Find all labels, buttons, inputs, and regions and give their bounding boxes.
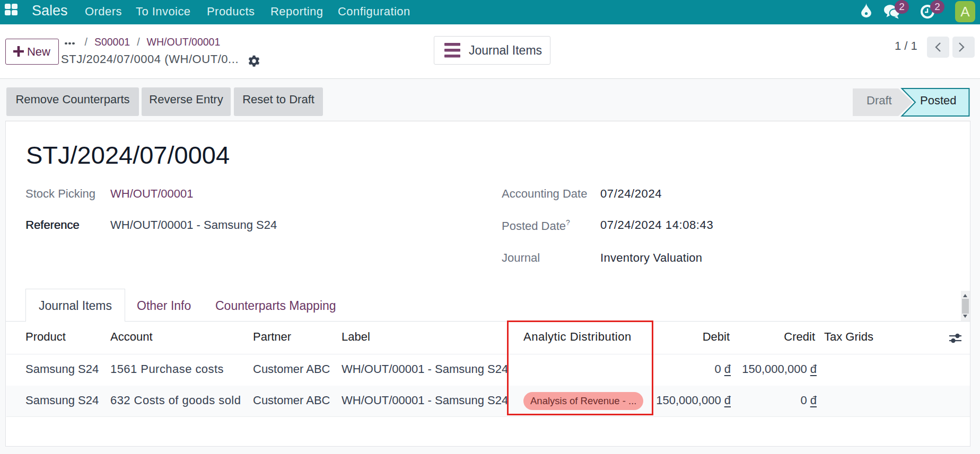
svg-text:Draft: Draft: [867, 94, 892, 107]
svg-text:Posted: Posted: [920, 94, 957, 107]
